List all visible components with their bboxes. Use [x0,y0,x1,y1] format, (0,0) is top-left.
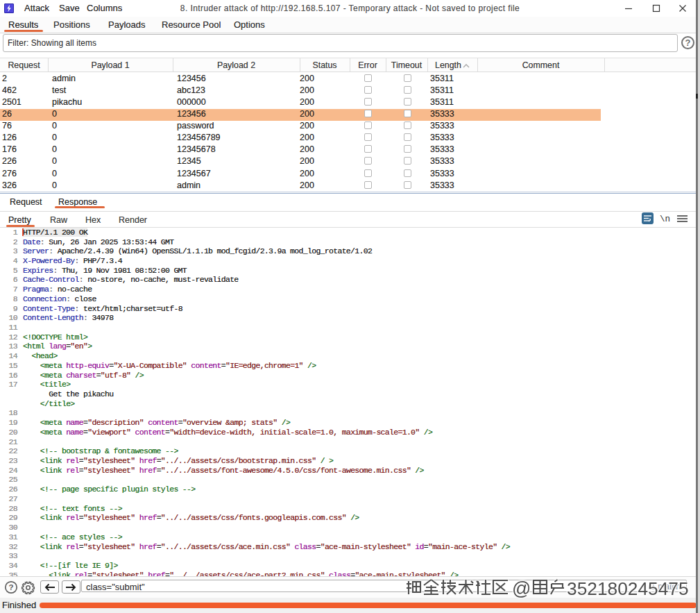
svg-text:?: ? [8,583,13,591]
svg-text:352180245475: 352180245475 [567,578,689,598]
svg-text:@: @ [512,578,531,598]
